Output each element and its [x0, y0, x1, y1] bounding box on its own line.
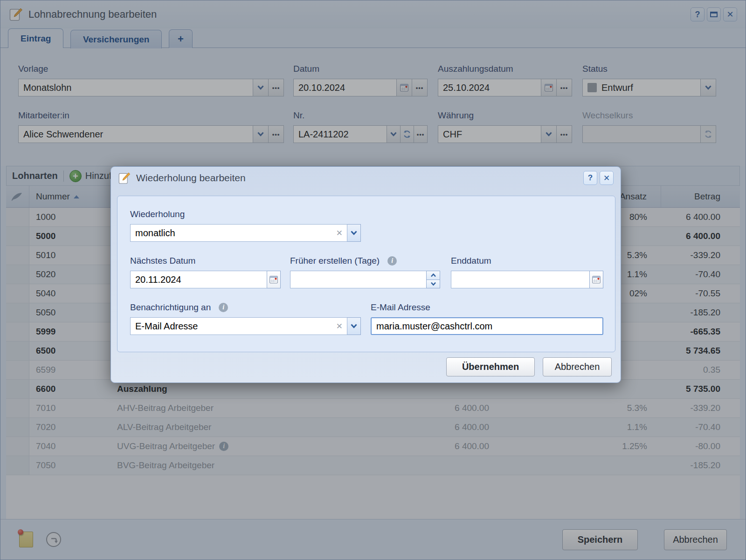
spinner-down-button[interactable]: [426, 280, 440, 289]
frueher-erstellen-field: [290, 271, 440, 288]
clear-icon[interactable]: ✕: [336, 317, 343, 335]
enddatum-label: Enddatum: [451, 256, 491, 266]
calendar-icon: [269, 275, 278, 284]
naechstes-datum-label: Nächstes Datum: [130, 256, 195, 266]
email-label: E-Mail Adresse: [371, 302, 430, 313]
frueher-erstellen-input[interactable]: [290, 271, 427, 288]
email-field: [371, 317, 603, 335]
benachrichtigung-field: ✕: [130, 317, 361, 335]
enddatum-calendar-trigger[interactable]: [589, 271, 603, 288]
clear-icon[interactable]: ✕: [336, 224, 343, 242]
spinner-up-button[interactable]: [426, 271, 440, 280]
wiederholung-input[interactable]: [130, 224, 347, 242]
enddatum-input[interactable]: [451, 271, 590, 288]
calendar-icon: [592, 275, 601, 284]
info-icon: i: [219, 303, 228, 312]
wiederholung-dropdown-trigger[interactable]: [347, 224, 361, 242]
dialog-title: Wiederholung bearbeiten: [136, 172, 246, 184]
email-input[interactable]: [371, 317, 603, 335]
frueher-erstellen-spinner: [426, 271, 440, 288]
dialog-close-button[interactable]: ✕: [600, 171, 614, 185]
naechstes-datum-input[interactable]: [130, 271, 267, 288]
frueher-erstellen-label: Früher erstellen (Tage) i: [290, 256, 397, 266]
wiederholung-field: ✕: [130, 224, 361, 242]
dialog-cancel-button[interactable]: Abbrechen: [543, 357, 612, 376]
benachrichtigung-label: Benachrichtigung an i: [130, 302, 228, 313]
benachrichtigung-input[interactable]: [130, 317, 347, 335]
edit-pencil-icon: [118, 172, 131, 184]
info-icon: i: [387, 256, 397, 266]
dialog-form-panel: Wiederholung ✕ Nächstes Datum Früher ers…: [117, 196, 615, 352]
recurrence-dialog: Wiederholung bearbeiten ? ✕ Wiederholung…: [111, 166, 621, 383]
enddatum-field: [451, 271, 603, 288]
dialog-help-button[interactable]: ?: [583, 171, 597, 185]
naechstes-datum-field: [130, 271, 281, 288]
naechstes-datum-calendar-trigger[interactable]: [267, 271, 281, 288]
apply-button[interactable]: Übernehmen: [446, 357, 535, 376]
wiederholung-label: Wiederholung: [130, 209, 185, 219]
dialog-header: Wiederholung bearbeiten ? ✕: [111, 167, 621, 189]
benachrichtigung-dropdown-trigger[interactable]: [347, 317, 361, 335]
